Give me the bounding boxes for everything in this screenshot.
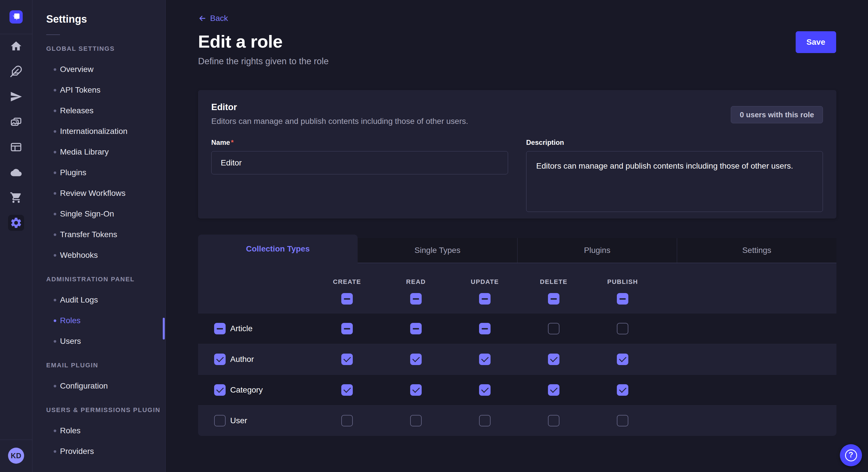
help-button[interactable]: ? [840,444,862,466]
bullet-icon [54,130,56,133]
category-delete-checkbox[interactable] [548,384,559,396]
permissions-header-row: CREATE READ UPDATE DELETE PUBLISH [198,263,836,313]
cart-icon[interactable] [8,190,24,206]
sidebar-item-users[interactable]: Users [54,331,165,351]
author-delete-checkbox[interactable] [548,353,559,365]
article-delete-checkbox[interactable] [548,323,559,334]
subnav-title: Settings [46,13,165,25]
feather-icon[interactable] [8,63,24,79]
main-content: Back Edit a role Define the rights given… [166,0,868,472]
bullet-icon [54,340,56,343]
sidebar-item-transfer-tokens[interactable]: Transfer Tokens [54,224,165,245]
bullet-icon [54,254,56,257]
row-label: Article [230,324,253,333]
rail-bottom: KD [0,440,32,472]
column-header-read: READ [406,278,426,285]
section-label-global-settings: GLOBAL SETTINGS [46,38,165,59]
article-publish-checkbox[interactable] [617,323,628,334]
bullet-icon [54,233,56,236]
subnav-scrollbar-thumb[interactable] [163,318,165,339]
strapi-logo-icon [9,10,23,24]
users-with-role-button[interactable]: 0 users with this role [731,106,823,123]
sidebar-item-roles-admin[interactable]: Roles [54,310,165,331]
page-header: Edit a role Define the rights given to t… [198,31,836,67]
bullet-icon [54,319,56,322]
category-create-checkbox[interactable] [341,384,353,396]
arrow-left-icon [198,14,207,23]
select-all-read-checkbox[interactable] [410,293,422,305]
section-label-users-permissions-plugin: USERS & PERMISSIONS PLUGIN [46,400,165,420]
column-header-update: UPDATE [471,278,499,285]
tab-settings[interactable]: Settings [677,238,836,263]
save-button[interactable]: Save [796,31,836,53]
user-create-checkbox[interactable] [341,415,353,427]
user-update-checkbox[interactable] [479,415,491,427]
permissions-table: CREATE READ UPDATE DELETE PUBLISH [198,263,836,436]
sidebar-item-single-sign-on[interactable]: Single Sign-On [54,204,165,224]
sidebar-item-audit-logs[interactable]: Audit Logs [54,290,165,310]
avatar[interactable]: KD [8,448,24,464]
bullet-icon [54,151,56,154]
tab-collection-types[interactable]: Collection Types [198,235,358,263]
sidebar-item-roles-up[interactable]: Roles [54,420,165,441]
tab-single-types[interactable]: Single Types [358,238,517,263]
row-select-checkbox[interactable] [214,384,226,396]
description-textarea[interactable]: Editors can manage and publish contents … [526,151,823,212]
author-update-checkbox[interactable] [479,353,491,365]
layout-icon[interactable] [8,139,24,155]
bullet-icon [54,213,56,215]
name-field-group: Name* [211,138,508,174]
name-input[interactable] [211,151,508,174]
back-link[interactable]: Back [198,14,228,23]
settings-subnav: Settings GLOBAL SETTINGS Overview API To… [32,0,166,472]
sidebar-item-internationalization[interactable]: Internationalization [54,121,165,142]
select-all-publish-checkbox[interactable] [617,293,628,305]
paper-plane-icon[interactable] [8,89,24,105]
role-description-text: Editors can manage and publish contents … [211,117,468,126]
select-all-update-checkbox[interactable] [479,293,491,305]
main-nav-rail: KD [0,0,32,472]
sidebar-item-overview[interactable]: Overview [54,59,165,80]
bullet-icon [54,299,56,301]
rail-bottom-divider [0,440,32,440]
author-publish-checkbox[interactable] [617,353,628,365]
row-select-checkbox[interactable] [214,415,226,427]
user-delete-checkbox[interactable] [548,415,559,427]
sidebar-item-configuration[interactable]: Configuration [54,376,165,396]
sidebar-item-webhooks[interactable]: Webhooks [54,245,165,266]
sidebar-item-review-workflows[interactable]: Review Workflows [54,183,165,204]
strapi-logo[interactable] [9,10,23,24]
sidebar-item-plugins[interactable]: Plugins [54,162,165,183]
category-update-checkbox[interactable] [479,384,491,396]
description-field-group: Description Editors can manage and publi… [526,138,823,213]
author-create-checkbox[interactable] [341,353,353,365]
rail-icon-list [8,38,24,240]
media-library-icon[interactable] [8,114,24,130]
bullet-icon [54,385,56,387]
category-publish-checkbox[interactable] [617,384,628,396]
back-label: Back [210,14,228,23]
article-read-checkbox[interactable] [410,323,422,334]
row-select-checkbox[interactable] [214,323,226,334]
tab-plugins[interactable]: Plugins [517,238,677,263]
row-select-checkbox[interactable] [214,353,226,365]
permissions-tabbar: Collection Types Single Types Plugins Se… [198,235,836,263]
sidebar-item-media-library[interactable]: Media Library [54,142,165,162]
user-read-checkbox[interactable] [410,415,422,427]
select-all-create-checkbox[interactable] [341,293,353,305]
settings-gear-icon[interactable] [8,215,24,231]
category-read-checkbox[interactable] [410,384,422,396]
page-subtitle: Define the rights given to the role [198,56,329,67]
home-icon[interactable] [8,38,24,54]
column-header-publish: PUBLISH [607,278,638,285]
author-read-checkbox[interactable] [410,353,422,365]
user-publish-checkbox[interactable] [617,415,628,427]
article-create-checkbox[interactable] [341,323,353,334]
select-all-delete-checkbox[interactable] [548,293,559,305]
cloud-icon[interactable] [8,164,24,180]
article-update-checkbox[interactable] [479,323,491,334]
sidebar-item-api-tokens[interactable]: API Tokens [54,80,165,100]
sidebar-item-releases[interactable]: Releases [54,100,165,121]
bullet-icon [54,89,56,92]
sidebar-item-providers[interactable]: Providers [54,441,165,462]
